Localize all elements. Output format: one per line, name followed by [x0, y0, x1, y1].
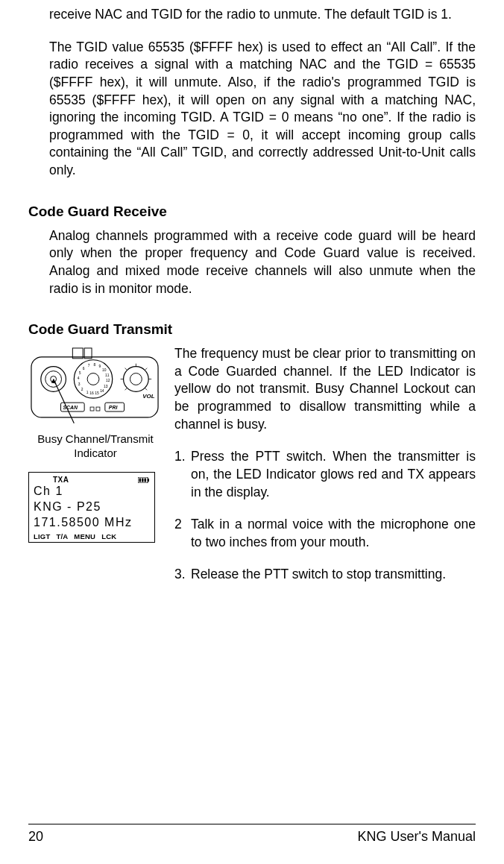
svg-text:13: 13: [104, 385, 108, 388]
code-guard-receive-body: Analog channels programmed with a receiv…: [49, 227, 476, 298]
lcd-display: TXA Ch 1 KNG - P25 171.58500 MHz LIGT T/…: [28, 472, 155, 542]
code-guard-transmit-body: The frequency must be clear prior to tra…: [174, 345, 476, 433]
softkey-ligt: LIGT: [34, 532, 50, 540]
lcd-line-1: Ch 1: [34, 484, 150, 499]
svg-line-26: [125, 368, 127, 370]
step-1: 1. Press the PTT switch. When the transm…: [174, 448, 476, 501]
svg-text:4: 4: [78, 377, 80, 381]
step-3: 3. Release the PTT switch to stop transm…: [174, 566, 476, 584]
svg-text:7: 7: [88, 364, 90, 368]
svg-point-5: [87, 373, 99, 385]
softkey-menu: MENU: [74, 532, 95, 540]
svg-point-2: [45, 371, 62, 388]
radio-top-diagram: 123 456 789 101112 131415 16 VOL: [28, 345, 161, 425]
svg-rect-40: [148, 479, 149, 482]
svg-text:6: 6: [83, 367, 85, 370]
svg-text:3: 3: [78, 383, 81, 387]
page-number: 20: [28, 829, 43, 845]
heading-code-guard-transmit: Code Guard Transmit: [28, 321, 476, 338]
svg-text:5: 5: [79, 371, 81, 375]
lcd-line-3: 171.58500 MHz: [34, 515, 150, 531]
svg-text:2: 2: [81, 388, 84, 391]
pri-label: PRI: [109, 405, 119, 410]
battery-icon: [138, 477, 150, 483]
svg-text:15: 15: [95, 391, 99, 395]
svg-point-22: [124, 367, 149, 392]
svg-text:12: 12: [106, 379, 110, 383]
heading-code-guard-receive: Code Guard Receive: [28, 204, 476, 220]
scan-label: SCAN: [63, 405, 78, 410]
svg-rect-43: [145, 478, 147, 482]
lcd-txa-indicator: TXA: [53, 476, 69, 484]
diagram-caption: Busy Channel/Transmit Indicator: [28, 432, 163, 461]
step-2: 2 Talk in a normal voice with the microp…: [174, 516, 476, 551]
svg-line-25: [145, 368, 147, 370]
svg-text:10: 10: [102, 368, 107, 372]
svg-rect-33: [90, 407, 94, 411]
svg-rect-34: [96, 407, 100, 411]
svg-line-30: [125, 388, 127, 390]
softkey-ta: T/A: [56, 532, 68, 540]
softkey-lck: LCK: [101, 532, 116, 540]
intro-paragraph-2: The TGID value 65535 ($FFFF hex) is used…: [49, 39, 476, 180]
svg-text:14: 14: [100, 389, 104, 393]
lcd-line-2: KNG - P25: [34, 499, 150, 515]
manual-title: KNG User's Manual: [358, 829, 476, 845]
svg-text:1: 1: [86, 391, 89, 394]
svg-text:16: 16: [89, 391, 94, 395]
svg-text:11: 11: [105, 373, 110, 377]
intro-paragraph-1: receive NAC and TGID for the radio to un…: [49, 6, 476, 24]
svg-point-23: [130, 373, 142, 385]
volume-label: VOL: [142, 393, 154, 400]
svg-rect-41: [139, 478, 142, 482]
svg-rect-42: [142, 478, 144, 482]
svg-text:9: 9: [99, 365, 101, 368]
svg-point-1: [41, 367, 66, 392]
svg-line-29: [145, 388, 147, 390]
svg-text:8: 8: [94, 363, 96, 367]
